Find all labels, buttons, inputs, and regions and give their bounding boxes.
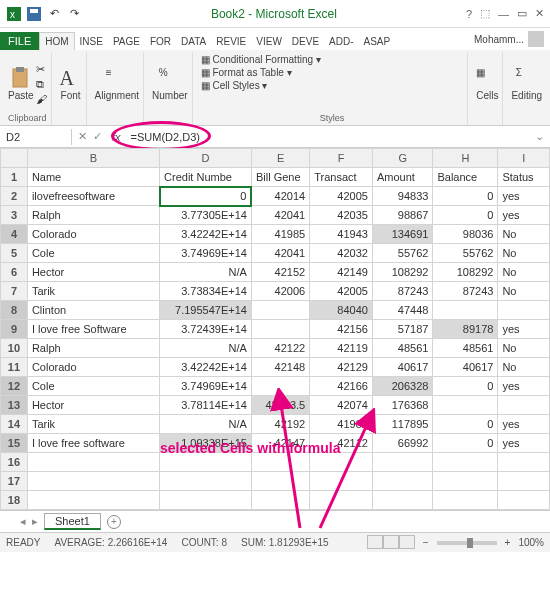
cell[interactable]: No xyxy=(498,263,550,282)
tab-review[interactable]: REVIE xyxy=(211,33,251,50)
cell[interactable]: 42005 xyxy=(310,187,373,206)
cell[interactable]: 206328 xyxy=(372,377,433,396)
sheet-nav-prev-icon[interactable]: ◂ xyxy=(20,515,26,528)
cell[interactable]: 55762 xyxy=(372,244,433,263)
cell[interactable]: 42041 xyxy=(251,206,309,225)
cell[interactable]: 48561 xyxy=(433,339,498,358)
format-painter-icon[interactable]: 🖌 xyxy=(36,93,47,105)
worksheet[interactable]: B D E F G H I 1NameCredit NumbeBill Gene… xyxy=(0,148,550,510)
col-header-b[interactable]: B xyxy=(27,149,159,168)
cell[interactable]: 3.74969E+14 xyxy=(160,244,252,263)
tab-formulas[interactable]: FOR xyxy=(145,33,176,50)
col-header-f[interactable]: F xyxy=(310,149,373,168)
save-icon[interactable] xyxy=(26,6,42,22)
tab-developer[interactable]: DEVE xyxy=(287,33,324,50)
minimize-icon[interactable]: — xyxy=(498,8,509,20)
maximize-icon[interactable]: ▭ xyxy=(517,7,527,20)
alignment-button[interactable]: ≡Alignment xyxy=(95,67,139,101)
cell[interactable]: N/A xyxy=(160,339,252,358)
cell[interactable]: Amount xyxy=(372,168,433,187)
close-icon[interactable]: ✕ xyxy=(535,7,544,20)
col-header-d[interactable]: D xyxy=(160,149,252,168)
cell[interactable]: No xyxy=(498,244,550,263)
zoom-out-icon[interactable]: − xyxy=(423,537,429,548)
table-row[interactable]: 1NameCredit NumbeBill GeneTransactAmount… xyxy=(1,168,550,187)
cells-button[interactable]: ▦Cells xyxy=(476,67,498,101)
table-row[interactable]: 4Colorado3.42242E+1441985419431346919803… xyxy=(1,225,550,244)
row-header[interactable]: 18 xyxy=(1,491,28,510)
column-headers[interactable]: B D E F G H I xyxy=(1,149,550,168)
cell[interactable]: 89178 xyxy=(433,320,498,339)
cell[interactable]: No xyxy=(498,339,550,358)
table-row[interactable]: 5Cole3.74969E+1442041420325576255762No xyxy=(1,244,550,263)
cell[interactable]: 42014 xyxy=(251,187,309,206)
row-header[interactable]: 3 xyxy=(1,206,28,225)
cell[interactable]: yes xyxy=(498,415,550,434)
cell[interactable]: yes xyxy=(498,377,550,396)
table-row[interactable]: 8Clinton7.195547E+148404047448 xyxy=(1,301,550,320)
cell[interactable]: yes xyxy=(498,320,550,339)
cell[interactable]: 94833 xyxy=(372,187,433,206)
cell[interactable]: Name xyxy=(27,168,159,187)
cell[interactable]: 3.77305E+14 xyxy=(160,206,252,225)
cancel-formula-icon[interactable]: ✕ xyxy=(78,130,87,143)
cut-icon[interactable]: ✂ xyxy=(36,63,47,76)
copy-icon[interactable]: ⧉ xyxy=(36,78,47,91)
cell[interactable]: 42152 xyxy=(251,263,309,282)
cell[interactable]: Clinton xyxy=(27,301,159,320)
cell[interactable] xyxy=(433,472,498,491)
cell[interactable]: 42041 xyxy=(251,244,309,263)
row-header[interactable]: 4 xyxy=(1,225,28,244)
cell[interactable] xyxy=(160,472,252,491)
cell[interactable]: 55762 xyxy=(433,244,498,263)
cell[interactable] xyxy=(433,453,498,472)
cell[interactable]: 0 xyxy=(433,415,498,434)
cell[interactable] xyxy=(160,491,252,510)
cell[interactable] xyxy=(251,320,309,339)
zoom-in-icon[interactable]: + xyxy=(505,537,511,548)
row-header[interactable]: 10 xyxy=(1,339,28,358)
cell[interactable]: 7.195547E+14 xyxy=(160,301,252,320)
tab-asap[interactable]: ASAP xyxy=(359,33,396,50)
row-header[interactable]: 1 xyxy=(1,168,28,187)
cell[interactable] xyxy=(498,472,550,491)
cell[interactable] xyxy=(498,491,550,510)
row-header[interactable]: 9 xyxy=(1,320,28,339)
cell[interactable]: Bill Gene xyxy=(251,168,309,187)
row-header[interactable]: 2 xyxy=(1,187,28,206)
format-as-table-button[interactable]: ▦ Format as Table ▾ xyxy=(201,67,292,78)
cell[interactable]: 98036 xyxy=(433,225,498,244)
table-row[interactable]: 11Colorado3.42242E+144214842129406174061… xyxy=(1,358,550,377)
paste-button[interactable]: Paste xyxy=(8,67,34,101)
cell[interactable]: 40617 xyxy=(372,358,433,377)
cell[interactable]: Balance xyxy=(433,168,498,187)
cell[interactable]: 3.72439E+14 xyxy=(160,320,252,339)
cell[interactable] xyxy=(27,453,159,472)
col-header-h[interactable]: H xyxy=(433,149,498,168)
tab-data[interactable]: DATA xyxy=(176,33,211,50)
cell[interactable]: Cole xyxy=(27,377,159,396)
cell[interactable]: 3.78114E+14 xyxy=(160,396,252,415)
table-row[interactable]: 7Tarik3.73834E+1442006420058724387243No xyxy=(1,282,550,301)
cell[interactable]: 42148 xyxy=(251,358,309,377)
cell[interactable]: 42032 xyxy=(310,244,373,263)
cell[interactable]: Colorado xyxy=(27,358,159,377)
editing-button[interactable]: ΣEditing xyxy=(511,67,542,101)
col-header-e[interactable]: E xyxy=(251,149,309,168)
cell[interactable]: 3.42242E+14 xyxy=(160,225,252,244)
cell[interactable]: 42006 xyxy=(251,282,309,301)
cell[interactable]: 87243 xyxy=(372,282,433,301)
cell[interactable]: 108292 xyxy=(372,263,433,282)
new-sheet-button[interactable]: + xyxy=(107,515,121,529)
tab-addins[interactable]: ADD- xyxy=(324,33,358,50)
cell[interactable]: 42129 xyxy=(310,358,373,377)
cell[interactable] xyxy=(433,396,498,415)
cell[interactable]: 108292 xyxy=(433,263,498,282)
cell[interactable]: 41985 xyxy=(251,225,309,244)
cell[interactable]: yes xyxy=(498,434,550,453)
cell[interactable]: Transact xyxy=(310,168,373,187)
cell[interactable]: No xyxy=(498,358,550,377)
col-header-i[interactable]: I xyxy=(498,149,550,168)
cell[interactable]: 42156 xyxy=(310,320,373,339)
cell[interactable]: 41943 xyxy=(310,225,373,244)
